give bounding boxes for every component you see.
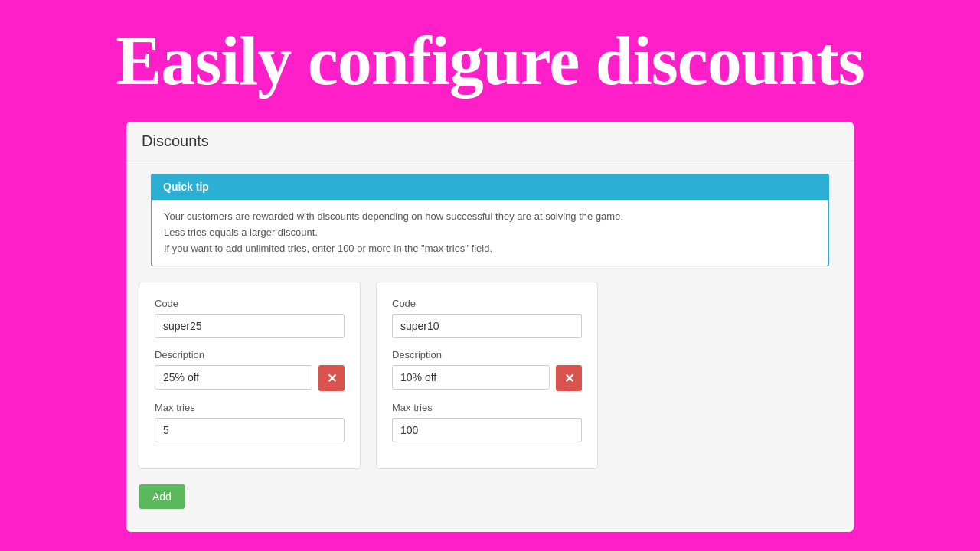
quick-tip-bar: Quick tip (151, 174, 829, 200)
quick-tip-line-1: Your customers are rewarded with discoun… (164, 210, 623, 222)
quick-tip-line-3: If you want to add unlimited tries, ente… (164, 243, 492, 254)
page-hero-title: Easily configure discounts (70, 0, 910, 114)
code-input-1[interactable] (155, 314, 345, 338)
description-row-2: ✕ (392, 365, 582, 391)
delete-icon-1: ✕ (327, 371, 337, 386)
add-button[interactable]: Add (139, 484, 185, 509)
max-tries-label-1: Max tries (155, 402, 345, 413)
panel-title: Discounts (142, 132, 209, 149)
description-label-2: Description (392, 349, 582, 360)
discount-card-2: Code Description ✕ Max tries (376, 282, 598, 469)
quick-tip-content: Your customers are rewarded with discoun… (151, 200, 829, 266)
description-input-1[interactable] (155, 365, 312, 390)
code-label-2: Code (392, 298, 582, 309)
discount-card-1: Code Description ✕ Max tries (139, 282, 361, 469)
max-tries-label-2: Max tries (392, 402, 582, 413)
description-row-1: ✕ (155, 365, 345, 391)
description-label-1: Description (155, 349, 345, 360)
delete-button-1[interactable]: ✕ (318, 365, 345, 391)
delete-icon-2: ✕ (564, 371, 574, 386)
max-tries-input-2[interactable] (392, 418, 582, 442)
discounts-panel: Discounts Quick tip Your customers are r… (126, 122, 854, 532)
code-input-2[interactable] (392, 314, 582, 338)
quick-tip-line-2: Less tries equals a larger discount. (164, 227, 318, 238)
code-label-1: Code (155, 298, 345, 309)
description-input-2[interactable] (392, 365, 550, 390)
max-tries-input-1[interactable] (155, 418, 345, 442)
discount-cards-container: Code Description ✕ Max tries Code Descri… (126, 282, 854, 469)
delete-button-2[interactable]: ✕ (556, 365, 582, 391)
panel-header: Discounts (126, 122, 854, 161)
